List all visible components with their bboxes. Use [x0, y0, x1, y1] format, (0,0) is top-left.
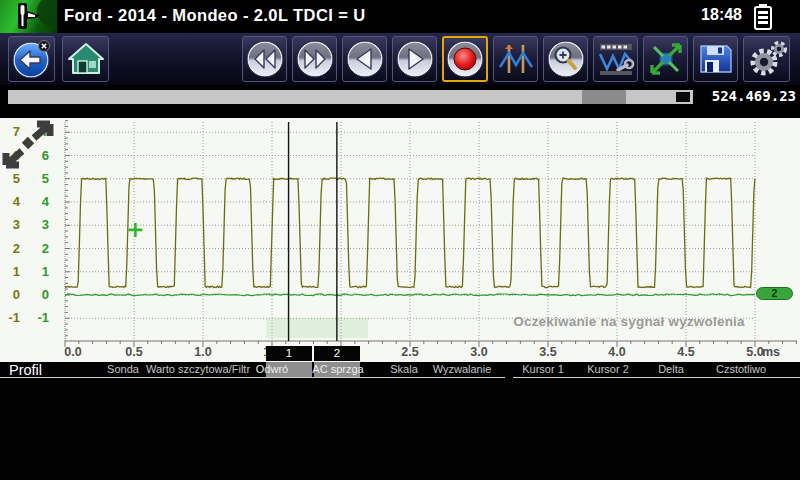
header-ac: AC sprzga	[301, 363, 375, 376]
y-tick-label-ch1: 0	[0, 287, 20, 303]
title-bar: Ford - 2014 - Mondeo - 2.0L TDCI = U 18:…	[0, 0, 800, 33]
y-tick-label-ch1: -1	[0, 310, 20, 326]
y-tick-label-ch1: 4	[0, 194, 20, 210]
x-tick-label: 0.5	[114, 345, 154, 359]
zoom-button[interactable]	[543, 36, 588, 82]
y-tick-label-ch2: 2	[24, 241, 49, 257]
cursor-region-tint	[266, 318, 368, 338]
floppy-disk-icon	[697, 40, 735, 78]
settings-button[interactable]	[743, 36, 790, 82]
next-frame-button[interactable]	[392, 36, 437, 82]
y-tick-label-ch1: 1	[0, 264, 20, 280]
trigger-status-message: Oczekiwanie na sygnał wyzwolenia	[500, 314, 758, 329]
header-czestotliwosc: Czstotliwo	[701, 363, 781, 376]
x-tick-label: 0.0	[53, 345, 93, 359]
y-tick-label-ch1: 2	[0, 241, 20, 257]
header-divider	[0, 377, 505, 378]
x-tick-label: 3.5	[528, 345, 568, 359]
battery-icon	[754, 4, 772, 30]
record-icon	[445, 39, 485, 79]
table-title: Profil	[9, 362, 42, 378]
y-tick-label-ch2: 3	[24, 217, 49, 233]
y-tick-label-ch2: -1	[24, 310, 49, 326]
home-icon	[66, 39, 106, 79]
y-tick-label-ch1: 5	[0, 171, 20, 187]
waveform-setup-button[interactable]	[593, 36, 638, 82]
rewind-button[interactable]	[242, 36, 287, 82]
previous-frame-button[interactable]	[342, 36, 387, 82]
y-tick-label-ch2: 5	[24, 171, 49, 187]
capture-counter: 524.469.23	[696, 88, 796, 104]
brand-logo	[0, 0, 57, 33]
expand-arrows-icon	[646, 39, 686, 79]
x-tick-label: 3.0	[459, 345, 499, 359]
back-button[interactable]	[8, 36, 55, 82]
cursor1-handle[interactable]: 1	[266, 346, 312, 361]
save-button[interactable]	[693, 36, 738, 82]
capture-scrollbar[interactable]	[8, 90, 693, 104]
y-tick-label-ch2: 4	[24, 194, 49, 210]
expand-view-button[interactable]	[643, 36, 688, 82]
header-delta: Delta	[633, 363, 709, 376]
clock: 18:48	[701, 6, 742, 24]
ch2-zero-badge[interactable]: 2	[756, 287, 793, 300]
fullscreen-toggle-icon[interactable]	[0, 118, 56, 172]
x-tick-label: 4.5	[666, 345, 706, 359]
record-button[interactable]	[442, 36, 488, 82]
x-tick-label: 2.5	[390, 345, 430, 359]
fast-forward-button[interactable]	[292, 36, 337, 82]
header-odwro: Odwró	[242, 363, 302, 376]
header-wyzwalanie: Wyzwalanie	[417, 363, 507, 376]
tool-logo-icon	[14, 2, 44, 32]
cursors-icon	[496, 39, 536, 79]
vehicle-title: Ford - 2014 - Mondeo - 2.0L TDCI = U	[64, 6, 664, 30]
magnifier-icon	[546, 39, 586, 79]
capture-scroll-zone: 524.469.23	[0, 85, 800, 118]
toolbar	[0, 33, 800, 85]
ch2-waveform	[65, 294, 755, 296]
waveform-setup-icon	[596, 39, 636, 79]
scrollbar-thumb[interactable]	[582, 90, 626, 104]
header-divider	[513, 377, 800, 378]
gear-icon	[746, 38, 788, 80]
cursors-button[interactable]	[493, 36, 538, 82]
cursor2-handle[interactable]: 2	[314, 346, 360, 361]
x-tick-label: 1.0	[183, 345, 223, 359]
home-button[interactable]	[62, 36, 109, 82]
y-tick-label-ch1: 3	[0, 217, 20, 233]
x-tick-label: 4.0	[597, 345, 637, 359]
x-axis-unit: ms	[762, 345, 780, 359]
oscilloscope-plot[interactable]: 7766554433221100-1-1 0.00.51.01.52.02.53…	[0, 118, 800, 362]
channel-profile-table: Profil Sonda Warto szczytowa/Filtr Odwró…	[0, 362, 800, 480]
diagnostic-scope-screen: Ford - 2014 - Mondeo - 2.0L TDCI = U 18:…	[0, 0, 800, 480]
scrollbar-position-marker	[676, 92, 690, 102]
y-tick-label-ch2: 1	[24, 264, 49, 280]
y-tick-label-ch2: 0	[24, 287, 49, 303]
